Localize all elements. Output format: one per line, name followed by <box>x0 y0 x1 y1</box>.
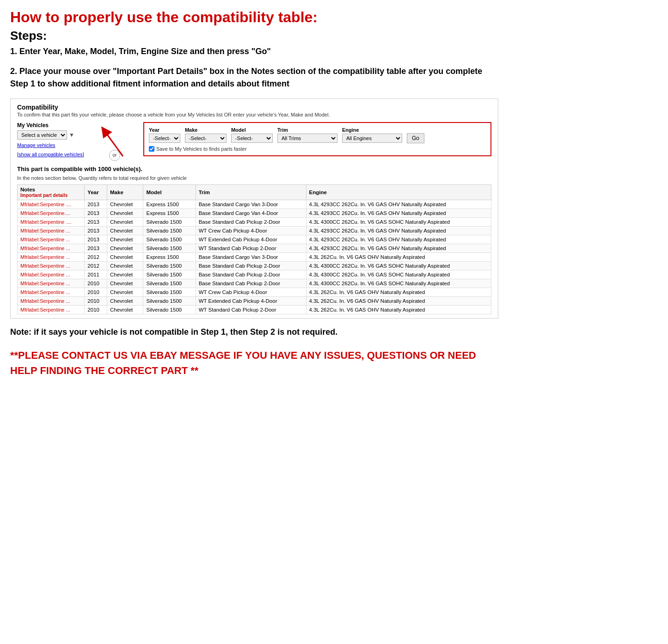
make-cell: Chevrolet <box>107 209 143 217</box>
model-cell: Silverado 1500 <box>143 288 196 296</box>
table-row: Mfrlabel:Serpentine ...2010ChevroletSilv… <box>18 296 491 305</box>
year-cell: 2012 <box>85 261 107 270</box>
notes-cell: Mfrlabel:Serpentine .... <box>18 200 85 209</box>
make-cell: Chevrolet <box>107 226 143 235</box>
notes-cell: Mfrlabel:Serpentine ... <box>18 235 85 244</box>
model-cell: Silverado 1500 <box>143 305 196 314</box>
year-cell: 2013 <box>85 200 107 209</box>
engine-cell: 4.3L 262Cu. In. V6 GAS OHV Naturally Asp… <box>306 288 491 296</box>
year-field: Year -Select- <box>149 127 180 143</box>
make-cell: Chevrolet <box>107 244 143 252</box>
model-cell: Express 1500 <box>143 209 196 217</box>
step1-text: 1. Enter Year, Make, Model, Trim, Engine… <box>10 46 498 57</box>
model-cell: Silverado 1500 <box>143 217 196 226</box>
trim-field: Trim All Trims <box>277 127 337 143</box>
model-cell: Silverado 1500 <box>143 261 196 270</box>
engine-cell: 4.3L 262Cu. In. V6 GAS OHV Naturally Asp… <box>306 252 491 261</box>
make-cell: Chevrolet <box>107 270 143 279</box>
save-vehicles-row: Save to My Vehicles to finds parts faste… <box>149 146 486 152</box>
save-vehicles-checkbox[interactable] <box>149 146 154 152</box>
col-notes: Notes Important part details <box>18 184 85 200</box>
engine-cell: 4.3L 4300CC 262Cu. In. V6 GAS SOHC Natur… <box>306 261 491 270</box>
my-vehicles-label: My Vehicles <box>17 122 84 129</box>
year-cell: 2010 <box>85 296 107 305</box>
engine-cell: 4.3L 4293CC 262Cu. In. V6 GAS OHV Natura… <box>306 226 491 235</box>
make-select[interactable]: -Select- <box>185 134 227 143</box>
engine-cell: 4.3L 4300CC 262Cu. In. V6 GAS SOHC Natur… <box>306 270 491 279</box>
notes-cell: Mfrlabel:Serpentine ... <box>18 252 85 261</box>
table-row: Mfrlabel:Serpentine....2013ChevroletExpr… <box>18 209 491 217</box>
trim-cell: WT Extended Cab Pickup 4-Door <box>196 235 306 244</box>
trim-cell: WT Crew Cab Pickup 4-Door <box>196 288 306 296</box>
footer-note: Note: if it says your vehicle is not com… <box>10 326 498 338</box>
trim-cell: Base Standard Cab Pickup 2-Door <box>196 217 306 226</box>
contact-text: **PLEASE CONTACT US VIA EBAY MESSAGE IF … <box>10 348 498 378</box>
model-cell: Silverado 1500 <box>143 235 196 244</box>
go-button[interactable]: Go <box>407 133 424 143</box>
notes-cell: Mfrlabel:Serpentine ... <box>18 288 85 296</box>
show-compatible-link[interactable]: [show all compatible vehicles] <box>17 152 84 157</box>
model-cell: Express 1500 <box>143 252 196 261</box>
important-part-label: Important part details <box>20 193 67 198</box>
year-cell: 2013 <box>85 226 107 235</box>
engine-field: Engine All Engines <box>342 127 402 143</box>
model-cell: Express 1500 <box>143 200 196 209</box>
quantity-note: In the notes section below, Quantity ref… <box>17 175 491 181</box>
trim-label: Trim <box>277 127 337 133</box>
year-label: Year <box>149 127 180 133</box>
compatibility-section: Compatibility To confirm that this part … <box>10 98 498 319</box>
table-row: Mfrlabel:Serpentine ...2010ChevroletSilv… <box>18 279 491 288</box>
year-select[interactable]: -Select- <box>149 134 180 143</box>
notes-cell: Mfrlabel:Serpentine ... <box>18 244 85 252</box>
model-cell: Silverado 1500 <box>143 244 196 252</box>
trim-cell: Base Standard Cab Pickup 2-Door <box>196 261 306 270</box>
trim-cell: WT Extended Cab Pickup 4-Door <box>196 296 306 305</box>
table-row: Mfrlabel:Serpentine ...2010ChevroletSilv… <box>18 305 491 314</box>
model-cell: Silverado 1500 <box>143 279 196 288</box>
table-row: Mfrlabel:Serpentine ...2013ChevroletSilv… <box>18 226 491 235</box>
table-row: Mfrlabel:Serpentine ...2013ChevroletSilv… <box>18 235 491 244</box>
trim-select[interactable]: All Trims <box>277 134 337 143</box>
engine-cell: 4.3L 262Cu. In. V6 GAS OHV Naturally Asp… <box>306 305 491 314</box>
trim-cell: WT Crew Cab Pickup 4-Door <box>196 226 306 235</box>
year-cell: 2013 <box>85 209 107 217</box>
make-cell: Chevrolet <box>107 200 143 209</box>
dropdown-arrow-icon: ▼ <box>69 132 74 138</box>
notes-cell: Mfrlabel:Serpentine ... <box>18 226 85 235</box>
main-title: How to properly use the compatibility ta… <box>10 8 498 26</box>
year-cell: 2013 <box>85 235 107 244</box>
notes-cell: Mfrlabel:Serpentine ... <box>18 305 85 314</box>
trim-cell: WT Standard Cab Pickup 2-Door <box>196 305 306 314</box>
col-trim: Trim <box>196 184 306 200</box>
table-row: Mfrlabel:Serpentine ....2013ChevroletExp… <box>18 200 491 209</box>
make-cell: Chevrolet <box>107 235 143 244</box>
make-field: Make -Select- <box>185 127 227 143</box>
select-vehicle-dropdown[interactable]: Select a vehicle <box>17 130 67 140</box>
col-model: Model <box>143 184 196 200</box>
trim-cell: Base Standard Cargo Van 3-Door <box>196 252 306 261</box>
engine-cell: 4.3L 4300CC 262Cu. In. V6 GAS SOHC Natur… <box>306 279 491 288</box>
model-select[interactable]: -Select- <box>231 134 273 143</box>
notes-cell: Mfrlabel:Serpentine.... <box>18 209 85 217</box>
make-cell: Chevrolet <box>107 288 143 296</box>
make-cell: Chevrolet <box>107 305 143 314</box>
trim-cell: Base Standard Cab Pickup 2-Door <box>196 279 306 288</box>
year-cell: 2011 <box>85 270 107 279</box>
make-cell: Chevrolet <box>107 279 143 288</box>
table-row: Mfrlabel:Serpentine ...2011ChevroletSilv… <box>18 270 491 279</box>
trim-cell: Base Standard Cab Pickup 2-Door <box>196 270 306 279</box>
notes-cell: Mfrlabel:Serpentine ... <box>18 261 85 270</box>
manage-vehicles-link[interactable]: Manage vehicles <box>17 142 84 148</box>
notes-cell: Mfrlabel:Serpentine ... <box>18 270 85 279</box>
engine-select[interactable]: All Engines <box>342 134 402 143</box>
save-vehicles-label: Save to My Vehicles to finds parts faste… <box>156 146 247 152</box>
year-cell: 2010 <box>85 279 107 288</box>
col-year: Year <box>85 184 107 200</box>
year-cell: 2010 <box>85 288 107 296</box>
make-cell: Chevrolet <box>107 261 143 270</box>
table-row: Mfrlabel:Serpentine ....2013ChevroletSil… <box>18 217 491 226</box>
engine-cell: 4.3L 4293CC 262Cu. In. V6 GAS OHV Natura… <box>306 244 491 252</box>
make-cell: Chevrolet <box>107 217 143 226</box>
notes-cell: Mfrlabel:Serpentine ... <box>18 279 85 288</box>
table-row: Mfrlabel:Serpentine ...2012ChevroletExpr… <box>18 252 491 261</box>
